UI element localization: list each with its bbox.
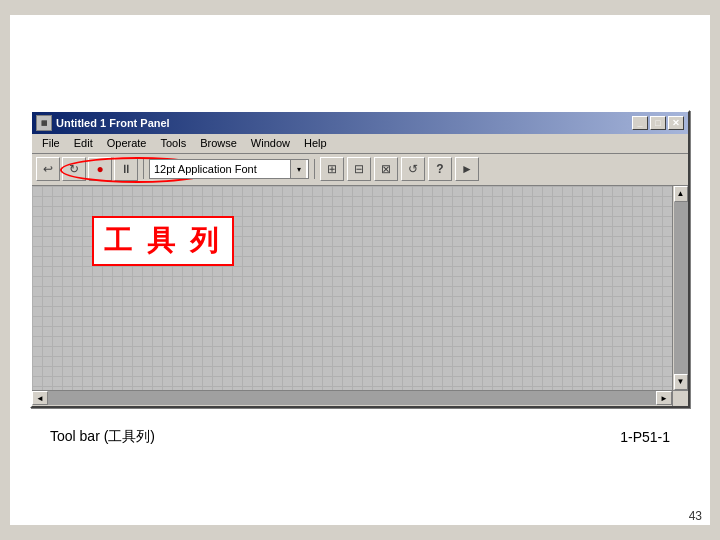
extra-button[interactable]: ► [455,157,479,181]
scroll-track-horizontal [48,391,656,405]
scroll-track-vertical [674,202,688,374]
caption-text: Tool bar (工具列) [50,428,155,446]
font-dropdown-arrow[interactable]: ▾ [290,160,306,178]
menu-help[interactable]: Help [298,135,333,151]
run-button[interactable]: ↻ [62,157,86,181]
menu-window[interactable]: Window [245,135,296,151]
title-bar-left: ▦ Untitled 1 Front Panel [36,115,170,131]
menu-bar: File Edit Operate Tools Browse Window He… [32,134,688,154]
distribute-button[interactable]: ⊟ [347,157,371,181]
menu-edit[interactable]: Edit [68,135,99,151]
content-area: ▦ Untitled 1 Front Panel _ □ ✕ File Edit… [10,15,710,525]
menu-file[interactable]: File [36,135,66,151]
scrollbar-horizontal: ◄ ► [32,390,672,406]
stop-button[interactable]: ● [88,157,112,181]
canvas-toolbar-label: 工 具 列 [92,216,234,266]
title-bar: ▦ Untitled 1 Front Panel _ □ ✕ [32,112,688,134]
maximize-button[interactable]: □ [650,116,666,130]
menu-tools[interactable]: Tools [154,135,192,151]
align-button[interactable]: ⊞ [320,157,344,181]
menu-browse[interactable]: Browse [194,135,243,151]
close-button[interactable]: ✕ [668,116,684,130]
page-number: 1-P51-1 [620,429,670,445]
toolbar-separator [143,159,144,179]
canvas-area: 工 具 列 ▲ ▼ ◄ ► [32,186,688,406]
dropdown-arrow-icon: ▾ [297,165,301,174]
minimize-button[interactable]: _ [632,116,648,130]
title-buttons: _ □ ✕ [632,116,684,130]
toolbar: ↩ ↻ ● ⏸ 12pt Application Font ▾ ⊞ ⊟ ⊠ ↺ [32,154,688,186]
scrollbar-corner [672,390,688,406]
toolbar-separator-2 [314,159,315,179]
font-label: 12pt Application Font [154,163,257,175]
run-back-button[interactable]: ↩ [36,157,60,181]
menu-operate[interactable]: Operate [101,135,153,151]
app-icon: ▦ [36,115,52,131]
resize-button[interactable]: ⊠ [374,157,398,181]
slide-footer: Tool bar (工具列) 1-P51-1 [10,418,710,451]
reorder-button[interactable]: ↺ [401,157,425,181]
run-buttons-group: ↩ ↻ ● ⏸ [36,157,138,181]
scroll-down-button[interactable]: ▼ [674,374,688,390]
scroll-right-button[interactable]: ► [656,391,672,405]
scrollbar-vertical: ▲ ▼ [672,186,688,390]
window-title: Untitled 1 Front Panel [56,117,170,129]
font-dropdown[interactable]: 12pt Application Font ▾ [149,159,309,179]
labview-window: ▦ Untitled 1 Front Panel _ □ ✕ File Edit… [30,110,690,408]
scroll-left-button[interactable]: ◄ [32,391,48,405]
slide: ▦ Untitled 1 Front Panel _ □ ✕ File Edit… [10,15,710,525]
scroll-up-button[interactable]: ▲ [674,186,688,202]
pause-button[interactable]: ⏸ [114,157,138,181]
help-button[interactable]: ? [428,157,452,181]
slide-number: 43 [689,509,702,523]
